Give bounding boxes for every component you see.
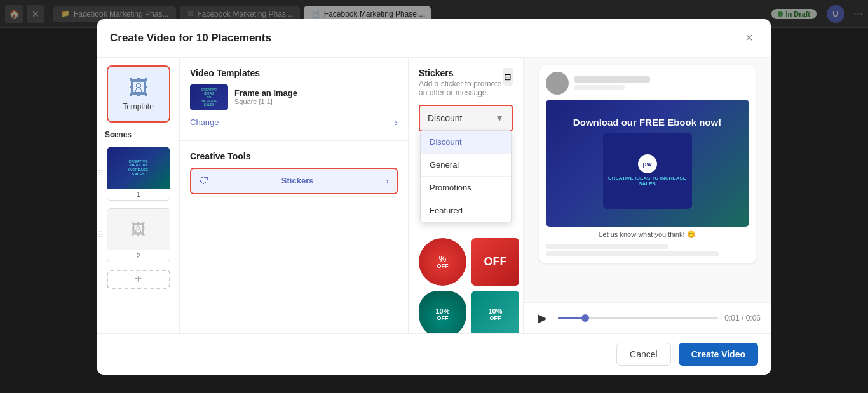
sticker-category-dropdown[interactable]: Discount ▼ Discount General Promotions F… <box>419 105 513 131</box>
creative-tools-title: Creative Tools <box>190 151 398 161</box>
social-footer-bars <box>546 244 749 256</box>
scene-thumb-text: CREATIVEIDEAS TOINCREASESALES <box>126 157 151 178</box>
modal-body: 🖼 Template Scenes ⠿ CREATIVEIDEAS TOINCR… <box>97 58 771 333</box>
shield-sticker-icon: 🛡 <box>199 175 209 187</box>
image-placeholder-icon: 🖼 <box>131 220 146 238</box>
chevron-right-icon: › <box>395 117 398 128</box>
time-display: 0:01 / 0:06 <box>724 314 761 323</box>
scene-1[interactable]: CREATIVEIDEAS TOINCREASESALES 1 <box>107 147 170 201</box>
template-image-icon: 🖼 <box>128 76 149 100</box>
preview-inner-card: pw CREATIVE IDEAS TO INCREASE SALES <box>603 133 692 209</box>
template-thumb-text: CREATIVEIDEASTOINCREASESALES <box>200 86 219 108</box>
footer-bar-long <box>546 251 719 256</box>
scenes-label: Scenes <box>102 130 132 139</box>
close-button[interactable]: × <box>740 29 758 47</box>
template-row: CREATIVEIDEASTOINCREASESALES Frame an Im… <box>190 84 398 110</box>
add-scene-button[interactable]: + <box>107 270 170 289</box>
progress-bar[interactable] <box>558 317 718 319</box>
scene-2-thumb: 🖼 <box>107 209 170 250</box>
dropdown-item-promotions[interactable]: Promotions <box>421 177 511 199</box>
dropdown-item-featured[interactable]: Featured <box>421 199 511 222</box>
template-name: Frame an Image <box>234 88 398 98</box>
template-info: Frame an Image Square [1:1] <box>234 88 398 105</box>
create-video-button[interactable]: Create Video <box>679 343 758 366</box>
stickers-header: Stickers Add a sticker to promote an off… <box>419 68 513 97</box>
dropdown-item-general[interactable]: General <box>421 154 511 177</box>
drag-handle-2[interactable]: ⠿ <box>98 230 104 239</box>
footer-bar-short <box>546 244 668 249</box>
mid-panel: Video Templates CREATIVEIDEASTOINCREASES… <box>180 58 409 333</box>
creative-tools-section: Creative Tools 🛡 Stickers › <box>180 141 408 204</box>
social-sub-bar <box>574 85 625 90</box>
social-name-bar <box>574 76 650 83</box>
video-controls: ▶ 0:01 / 0:06 <box>524 302 771 333</box>
scene-1-thumb: CREATIVEIDEAS TOINCREASESALES <box>107 147 170 189</box>
stickers-desc: Add a sticker to promote an offer or mes… <box>419 79 503 97</box>
scene-2-number: 2 <box>107 250 170 262</box>
sticker-red-off-badge[interactable]: OFF <box>471 238 519 286</box>
modal-header: Create Video for 10 Placements × <box>97 19 771 58</box>
cancel-button[interactable]: Cancel <box>616 343 671 366</box>
sticker-teal-10-gift[interactable]: 10% OFF <box>471 291 519 333</box>
stickers-button[interactable]: 🛡 Stickers › <box>190 168 398 194</box>
preview-panel: Download our FREE Ebook now! pw CREATIVE… <box>523 58 771 333</box>
modal-footer: Cancel Create Video <box>97 333 771 375</box>
scene-2-wrapper: ⠿ 🖼 2 <box>107 208 170 262</box>
dropdown-menu: Discount General Promotions Featured <box>420 130 512 222</box>
modal: Create Video for 10 Placements × 🖼 Templ… <box>97 19 771 375</box>
scene-1-number: 1 <box>107 189 170 200</box>
preview-caption: Let us know what you think! 😊 <box>546 230 749 239</box>
preview-inner-text: CREATIVE IDEAS TO INCREASE SALES <box>603 176 692 187</box>
change-button[interactable]: Change › <box>190 115 398 130</box>
preview-logo: pw <box>638 154 657 173</box>
dropdown-item-discount[interactable]: Discount <box>421 131 511 154</box>
template-label: Template <box>123 102 154 111</box>
preview-top-text: Download our FREE Ebook now! <box>567 117 728 128</box>
social-header <box>546 72 749 95</box>
dropdown-select[interactable]: Discount ▼ <box>420 106 512 130</box>
scene-1-wrapper: ⠿ CREATIVEIDEAS TOINCREASESALES 1 <box>107 147 170 201</box>
sticker-red-percent-off[interactable]: % OFF <box>419 238 466 286</box>
chevron-right-icon: › <box>386 176 389 186</box>
scene-2[interactable]: 🖼 2 <box>107 208 170 262</box>
template-icon-box[interactable]: 🖼 Template <box>107 65 170 123</box>
video-templates-title: Video Templates <box>190 68 398 78</box>
play-button[interactable]: ▶ <box>534 309 552 327</box>
dropdown-selected-value: Discount <box>428 113 462 123</box>
stickers-icon-button[interactable]: ⊟ <box>503 68 513 86</box>
sticker-grid: % OFF OFF ❄ 10% OFF 10% <box>419 238 513 333</box>
modal-overlay: Create Video for 10 Placements × 🖼 Templ… <box>0 0 868 393</box>
video-templates-section: Video Templates CREATIVEIDEASTOINCREASES… <box>180 58 408 141</box>
template-size: Square [1:1] <box>234 98 398 105</box>
progress-bar-fill <box>558 317 585 319</box>
preview-scroll-area: Download our FREE Ebook now! pw CREATIVE… <box>524 58 771 302</box>
stickers-label: Stickers <box>281 176 314 185</box>
left-panel: 🖼 Template Scenes ⠿ CREATIVEIDEAS TOINCR… <box>97 58 180 333</box>
stickers-title: Stickers <box>419 68 503 78</box>
template-thumbnail: CREATIVEIDEASTOINCREASESALES <box>190 84 228 110</box>
social-post-mock: Download our FREE Ebook now! pw CREATIVE… <box>539 65 756 263</box>
social-avatar <box>546 72 569 95</box>
dropdown-arrow-icon: ▼ <box>495 113 504 123</box>
progress-handle[interactable] <box>581 314 589 322</box>
modal-title: Create Video for 10 Placements <box>110 32 271 44</box>
stickers-panel: Stickers Add a sticker to promote an off… <box>409 58 523 333</box>
sticker-teal-10-ornament[interactable]: 10% OFF <box>419 291 466 333</box>
drag-handle-1[interactable]: ⠿ <box>98 169 104 178</box>
video-preview-box: Download our FREE Ebook now! pw CREATIVE… <box>546 100 749 227</box>
